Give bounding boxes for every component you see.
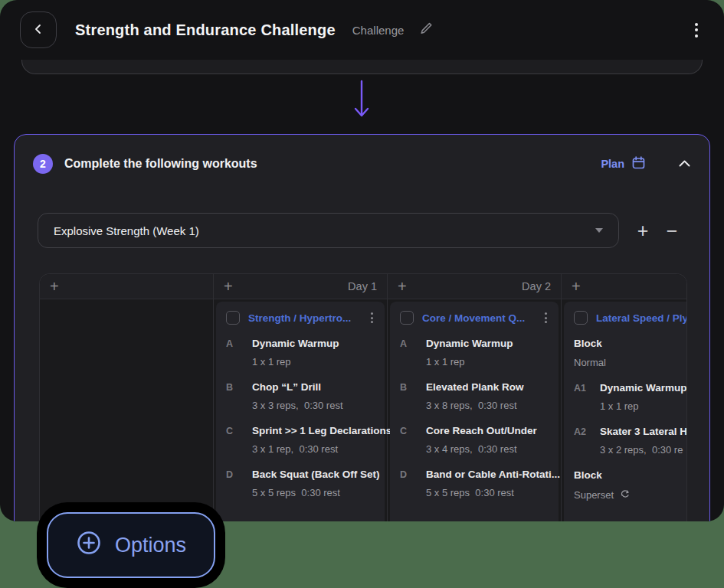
exercise-name: Core Reach Out/Under xyxy=(426,425,537,436)
exercise-detail: 5 x 5 reps 0:30 rest xyxy=(426,487,560,498)
top-bar: Strength and Endurance Challenge Challen… xyxy=(0,0,724,60)
exercise-row[interactable]: A Dynamic Warmup 1 x 1 rep xyxy=(216,334,385,377)
grid-column-body: Core / Movement Q... A Dynamic Warmup 1 … xyxy=(388,299,561,521)
challenge-type-badge: Challenge xyxy=(352,24,405,37)
exercise-row[interactable]: A2 Skater 3 Lateral Ho 3 x 2 reps, 0:30 … xyxy=(564,422,687,466)
exercise-detail: 1 x 1 rep xyxy=(252,356,339,368)
workout-title-link[interactable]: Lateral Speed / Ply xyxy=(596,312,687,324)
exercise-letter: A2 xyxy=(574,426,600,456)
exercise-letter: D xyxy=(226,469,252,498)
workout-card: Lateral Speed / Ply Block Normal A1 Dyna… xyxy=(564,302,687,521)
exercise-detail: 3 x 4 reps, 0:30 rest xyxy=(426,443,537,455)
workout-card: Strength / Hypertro... A Dynamic Warmup … xyxy=(216,302,385,521)
options-button[interactable]: Options xyxy=(47,512,215,578)
exercise-row[interactable]: A Dynamic Warmup 1 x 1 rep xyxy=(390,334,559,377)
exercise-row[interactable]: B Elevated Plank Row 3 x 8 reps, 0:30 re… xyxy=(390,377,559,421)
exercise-name: Skater 3 Lateral Ho xyxy=(600,426,687,437)
block-row: Block Superset xyxy=(564,466,687,511)
exercise-letter: C xyxy=(226,425,252,455)
chevron-down-icon xyxy=(595,228,603,233)
block-row: Block Normal xyxy=(564,334,687,378)
week-select[interactable]: Explosive Strength (Week 1) xyxy=(38,213,619,248)
exercise-name: Back Squat (Back Off Set) xyxy=(252,469,380,480)
step-card-header: 2 Complete the following workouts Plan xyxy=(15,135,709,193)
step-title: Complete the following workouts xyxy=(64,157,257,171)
add-week-button[interactable]: + xyxy=(628,216,657,245)
exercise-row[interactable]: C Sprint >> 1 Leg Declarations 3 x 1 rep… xyxy=(216,421,385,465)
grid-column-day2: + Day 2 Core / Movement Q... A Dynamic W… xyxy=(388,274,562,521)
exercise-letter: B xyxy=(226,381,252,411)
workout-checkbox[interactable] xyxy=(400,311,414,325)
options-annotation-halo: Options xyxy=(37,502,225,588)
block-subtitle: Superset xyxy=(574,489,614,501)
exercise-name: Dynamic Warmup xyxy=(600,382,687,394)
exercise-letter: A xyxy=(226,338,252,368)
exercise-letter: C xyxy=(400,425,426,455)
grid-column-empty: + xyxy=(40,274,214,521)
exercise-letter: B xyxy=(400,381,426,411)
week-selector-row: Explosive Strength (Week 1) + − xyxy=(38,213,686,248)
grid-column-body: Strength / Hypertro... A Dynamic Warmup … xyxy=(214,299,387,521)
day-label: Day 2 xyxy=(522,280,551,292)
plan-label: Plan xyxy=(601,158,624,170)
workout-kebab-menu[interactable] xyxy=(543,311,549,325)
exercise-name: Band or Cable Anti-Rotati... xyxy=(426,469,560,480)
exercise-detail: 1 x 1 rep xyxy=(426,356,513,368)
pencil-icon xyxy=(419,21,433,38)
workout-card-header: Strength / Hypertro... xyxy=(216,302,385,334)
exercise-detail: 5 x 5 reps 0:30 rest xyxy=(252,487,380,498)
grid-column-body xyxy=(40,299,213,521)
exercise-name: Dynamic Warmup xyxy=(426,338,513,349)
workout-title-link[interactable]: Core / Movement Q... xyxy=(422,312,535,324)
back-chevron-icon xyxy=(32,23,44,38)
workout-grid: + + Day 1 Strength / Hypertro... xyxy=(39,273,687,521)
grid-column-day1: + Day 1 Strength / Hypertro... A Dynamic… xyxy=(214,274,388,521)
exercise-name: Sprint >> 1 Leg Declarations xyxy=(252,425,391,436)
exercise-letter: A1 xyxy=(574,382,600,412)
exercise-detail: 3 x 1 rep, 0:30 rest xyxy=(252,443,391,455)
exercise-row[interactable]: C Core Reach Out/Under 3 x 4 reps, 0:30 … xyxy=(390,421,559,465)
workout-checkbox[interactable] xyxy=(574,311,588,325)
workout-title-link[interactable]: Strength / Hypertro... xyxy=(248,312,361,324)
flow-down-arrow-icon xyxy=(351,80,372,124)
block-title: Block xyxy=(574,338,687,349)
remove-week-button[interactable]: − xyxy=(657,216,686,245)
exercise-row[interactable]: D Band or Cable Anti-Rotati... 5 x 5 rep… xyxy=(390,465,559,508)
exercise-row[interactable]: A1 Dynamic Warmup 1 x 1 rep xyxy=(564,378,687,422)
add-workout-icon[interactable]: + xyxy=(572,279,581,294)
workout-kebab-menu[interactable] xyxy=(369,311,375,325)
block-subtitle: Normal xyxy=(574,357,606,368)
exercise-name: Dynamic Warmup xyxy=(252,338,339,349)
exercise-letter: A xyxy=(400,338,426,368)
back-button[interactable] xyxy=(20,11,57,48)
grid-column-header: + xyxy=(40,274,213,299)
grid-column-body: Lateral Speed / Ply Block Normal A1 Dyna… xyxy=(562,299,687,521)
add-day-icon[interactable]: + xyxy=(50,279,59,294)
app-window: Strength and Endurance Challenge Challen… xyxy=(0,0,724,521)
exercise-name: Chop “L” Drill xyxy=(252,381,343,393)
plan-link[interactable]: Plan xyxy=(601,155,646,172)
plus-circle-icon xyxy=(76,530,102,561)
header-kebab-menu[interactable] xyxy=(692,20,701,41)
grid-column-day3: + Lateral Speed / Ply Block Normal xyxy=(562,274,687,521)
step-card: 2 Complete the following workouts Plan xyxy=(14,134,710,521)
page-title: Strength and Endurance Challenge xyxy=(75,21,336,39)
chevron-up-icon xyxy=(678,158,691,170)
workout-card: Core / Movement Q... A Dynamic Warmup 1 … xyxy=(390,302,559,521)
workout-checkbox[interactable] xyxy=(226,311,240,325)
add-workout-icon[interactable]: + xyxy=(224,279,233,294)
workout-card-header: Core / Movement Q... xyxy=(390,302,559,334)
step-number-badge: 2 xyxy=(33,154,53,174)
exercise-detail: 3 x 3 reps, 0:30 rest xyxy=(252,400,343,411)
grid-column-header: + xyxy=(562,274,687,299)
week-select-value: Explosive Strength (Week 1) xyxy=(54,224,199,237)
workout-card-header: Lateral Speed / Ply xyxy=(564,302,687,334)
exercise-detail: 1 x 1 rep xyxy=(600,400,687,412)
superset-loop-icon xyxy=(620,488,631,501)
collapse-section-button[interactable] xyxy=(678,158,691,170)
options-label: Options xyxy=(115,534,186,557)
edit-title-button[interactable] xyxy=(419,21,433,38)
exercise-row[interactable]: D Back Squat (Back Off Set) 5 x 5 reps 0… xyxy=(216,465,385,508)
add-workout-icon[interactable]: + xyxy=(398,279,407,294)
exercise-row[interactable]: B Chop “L” Drill 3 x 3 reps, 0:30 rest xyxy=(216,377,385,421)
